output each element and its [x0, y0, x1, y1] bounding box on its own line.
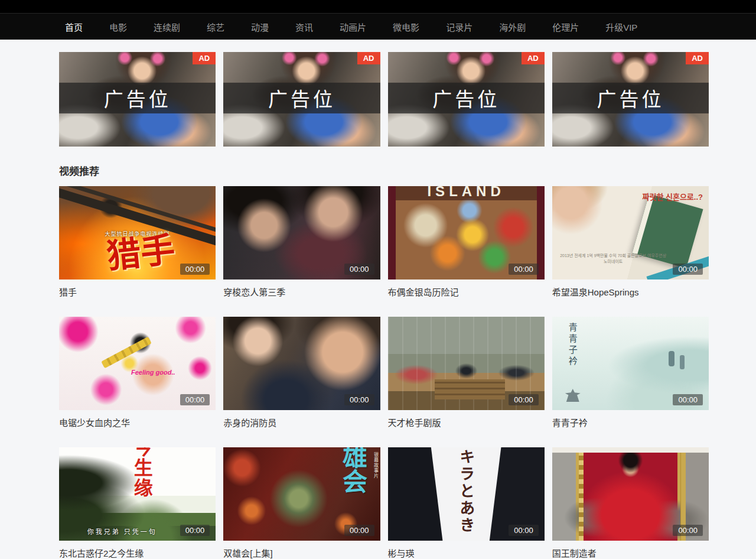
video-card[interactable]: 00:00 穿梭恋人第三季 [223, 186, 380, 298]
video-title[interactable]: 希望温泉HopeSprings [552, 285, 709, 298]
video-title[interactable]: 猎手 [59, 285, 216, 298]
nav-item-home[interactable]: 首页 [65, 21, 83, 33]
ad-placeholder-label: 广告位 [104, 84, 171, 112]
video-card[interactable]: 00:00 赤身的消防员 [223, 317, 380, 428]
nav-item-microfilm[interactable]: 微电影 [393, 21, 419, 33]
video-card[interactable]: キラとあき 00:00 彬与瑛 [388, 447, 545, 559]
ad-banner[interactable]: 广告位 AD [552, 52, 709, 147]
video-thumbnail[interactable]: Feeling good.. 00:00 [59, 317, 216, 410]
ad-badge: AD [193, 52, 216, 64]
duration-badge: 00:00 [344, 525, 374, 536]
video-card[interactable]: ISLAND 00:00 布偶金银岛历险记 [388, 186, 545, 298]
video-thumbnail[interactable]: 00:00 [223, 317, 380, 410]
video-title[interactable]: 青青子衿 [552, 416, 709, 428]
video-title[interactable]: 东北古惑仔2之今生缘 [59, 547, 216, 559]
poster-title-text: キラとあき [455, 448, 477, 534]
poster-title-text: 今生缘 [128, 447, 155, 498]
video-title[interactable]: 天才枪手剧版 [388, 416, 545, 428]
nav-item-news[interactable]: 资讯 [295, 21, 313, 33]
nav-item-cartoon[interactable]: 动画片 [340, 21, 366, 33]
video-thumbnail[interactable]: 00:00 [223, 186, 380, 280]
navbar-inner: 首页 电影 连续剧 综艺 动漫 资讯 动画片 微电影 记录片 海外剧 伦理片 升… [59, 14, 756, 40]
video-title[interactable]: 国王制造者 [552, 547, 709, 559]
video-card[interactable]: 雄会 银幕故事片 00:00 双雄会[上集] [223, 447, 380, 559]
ad-badge: AD [522, 52, 545, 64]
poster-caption-text: 银幕故事片 [373, 452, 379, 479]
duration-badge: 00:00 [509, 394, 539, 405]
ad-placeholder-label: 广告位 [597, 84, 664, 112]
video-thumbnail[interactable]: ISLAND 00:00 [388, 186, 545, 280]
duration-badge: 00:00 [673, 525, 703, 536]
poster-title-text: ISLAND [388, 186, 545, 200]
nav-item-documentary[interactable]: 记录片 [446, 21, 472, 33]
video-title[interactable]: 布偶金银岛历险记 [388, 285, 545, 298]
duration-badge: 00:00 [180, 264, 210, 275]
video-thumbnail[interactable]: 雄会 银幕故事片 00:00 [223, 447, 380, 541]
ad-overlay-band: 广告位 [388, 83, 545, 113]
video-title[interactable]: 双雄会[上集] [223, 547, 380, 559]
poster-title-text: 짜릿한 신혼으로..? [643, 191, 703, 202]
video-card[interactable]: 青青子衿 00:00 青青子衿 [552, 317, 709, 428]
ad-overlay-band: 广告位 [552, 83, 709, 113]
video-title[interactable]: 彬与瑛 [388, 547, 545, 559]
video-thumbnail[interactable]: 青青子衿 00:00 [552, 317, 709, 410]
ad-banner[interactable]: 广告位 AD [388, 52, 545, 147]
ad-banner[interactable]: 广告位 AD [59, 52, 216, 147]
video-card[interactable]: 今生缘 你我兄弟 只凭一句 00:00 东北古惑仔2之今生缘 [59, 447, 216, 559]
ad-placeholder-label: 广告位 [432, 84, 500, 112]
ad-placeholder-label: 广告位 [268, 84, 335, 112]
duration-badge: 00:00 [509, 264, 539, 275]
top-black-strip [0, 0, 756, 13]
video-title[interactable]: 电锯少女血肉之华 [59, 416, 216, 428]
video-grid: 大型抗日战争电视连续剧 猎手 00:00 猎手 00:00 穿梭恋人第三季 IS… [59, 186, 709, 559]
video-card[interactable]: 00:00 天才枪手剧版 [388, 317, 545, 428]
duration-badge: 00:00 [673, 394, 703, 405]
duration-badge: 00:00 [673, 264, 703, 275]
section-title-recommended: 视频推荐 [59, 163, 709, 178]
poster-title-text: 青青子衿 [566, 323, 579, 368]
video-title[interactable]: 穿梭恋人第三季 [223, 285, 380, 298]
video-card[interactable]: Feeling good.. 00:00 电锯少女血肉之华 [59, 317, 216, 428]
nav-item-series[interactable]: 连续剧 [154, 21, 180, 33]
nav-item-variety[interactable]: 综艺 [207, 21, 224, 33]
main-navbar: 首页 电影 连续剧 综艺 动漫 资讯 动画片 微电影 记录片 海外剧 伦理片 升… [0, 13, 756, 40]
nav-item-ethics[interactable]: 伦理片 [552, 21, 579, 33]
video-thumbnail[interactable]: 大型抗日战争电视连续剧 猎手 00:00 [59, 186, 216, 280]
ad-badge: AD [686, 52, 709, 64]
video-thumbnail[interactable]: キラとあき 00:00 [388, 447, 545, 541]
duration-badge: 00:00 [180, 394, 210, 405]
poster-caption-text: 2013년 전세계 1억 9백만불 수익 70회 골든글로브 여우주연상 노미네… [558, 252, 668, 264]
poster-caption-text: Feeling good.. [131, 369, 175, 376]
poster-title-text: 雄会 [335, 447, 371, 493]
ad-banner[interactable]: 广告位 AD [223, 52, 380, 147]
duration-badge: 00:00 [509, 525, 539, 536]
video-thumbnail[interactable]: 今生缘 你我兄弟 只凭一句 00:00 [59, 447, 216, 541]
video-card[interactable]: 00:00 国王制造者 [552, 447, 709, 559]
video-thumbnail[interactable]: 00:00 [388, 317, 545, 410]
ad-banner-row: 广告位 AD 广告位 AD 广告位 AD 广告位 AD [59, 52, 709, 147]
video-card[interactable]: 大型抗日战争电视连续剧 猎手 00:00 猎手 [59, 186, 216, 298]
poster-caption-text: 你我兄弟 只凭一句 [87, 526, 157, 536]
page-content: 广告位 AD 广告位 AD 广告位 AD 广告位 AD 视频推荐 大型抗日战争电… [59, 52, 709, 559]
poster-title-text: 猎手 [103, 222, 177, 279]
video-title[interactable]: 赤身的消防员 [223, 416, 380, 428]
ad-badge: AD [357, 52, 380, 64]
nav-item-movies[interactable]: 电影 [109, 21, 127, 33]
duration-badge: 00:00 [344, 394, 374, 405]
nav-item-anime[interactable]: 动漫 [251, 21, 269, 33]
video-thumbnail[interactable]: 짜릿한 신혼으로..? 2013년 전세계 1억 9백만불 수익 70회 골든글… [552, 186, 709, 280]
nav-item-overseas[interactable]: 海外剧 [499, 21, 526, 33]
ad-overlay-band: 广告位 [59, 83, 216, 113]
video-thumbnail[interactable]: 00:00 [552, 447, 709, 541]
video-card[interactable]: 짜릿한 신혼으로..? 2013년 전세계 1억 9백만불 수익 70회 골든글… [552, 186, 709, 298]
nav-item-vip-upgrade[interactable]: 升级VIP [605, 21, 637, 33]
duration-badge: 00:00 [344, 264, 374, 275]
ad-overlay-band: 广告位 [223, 83, 380, 113]
duration-badge: 00:00 [180, 525, 210, 536]
